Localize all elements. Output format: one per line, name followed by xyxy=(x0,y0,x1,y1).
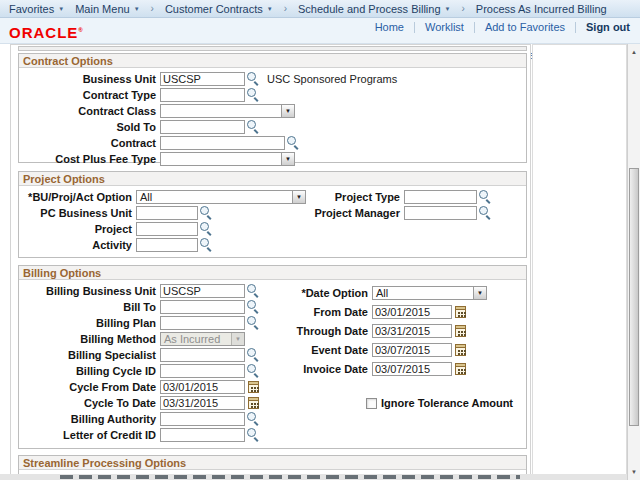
contract-type-input[interactable] xyxy=(160,88,245,102)
scroll-up-icon[interactable]: ▲ xyxy=(628,46,640,58)
letter-of-credit-id-input[interactable] xyxy=(160,428,245,442)
invoice-date-input[interactable] xyxy=(372,362,452,376)
project-manager-input[interactable] xyxy=(404,206,477,220)
billing-business-unit-input[interactable] xyxy=(160,284,245,298)
sold-to-input[interactable] xyxy=(160,120,245,134)
field-label: Billing Business Unit xyxy=(19,284,160,298)
field-label: Through Date xyxy=(257,324,372,338)
contract-input[interactable] xyxy=(160,136,285,150)
from-date-input[interactable] xyxy=(372,305,452,319)
ignore-tolerance-checkbox[interactable] xyxy=(366,398,377,409)
field-label: Invoice Date xyxy=(257,362,372,376)
chevron-down-icon: ▼ xyxy=(267,6,273,12)
field-label: Billing Cycle ID xyxy=(19,364,160,378)
section-title: Contract Options xyxy=(19,54,526,68)
field-label: Project Type xyxy=(309,190,404,204)
breadcrumb: Favorites ▼ Main Menu ▼ › Customer Contr… xyxy=(0,0,640,18)
calendar-icon[interactable] xyxy=(248,381,259,393)
through-date-input[interactable] xyxy=(372,324,452,338)
project-type-input[interactable] xyxy=(404,190,477,204)
selected-value xyxy=(161,153,281,165)
lookup-icon[interactable] xyxy=(247,88,260,101)
cycle-to-date-input[interactable] xyxy=(160,396,245,410)
selected-value: All xyxy=(137,191,292,203)
lookup-icon[interactable] xyxy=(247,428,260,441)
calendar-icon[interactable] xyxy=(455,325,466,337)
chevron-down-icon[interactable]: ▼ xyxy=(281,153,294,165)
calendar-icon[interactable] xyxy=(455,344,466,356)
billing-cycle-id-input[interactable] xyxy=(160,364,245,378)
link-divider xyxy=(474,22,475,33)
cycle-from-date-input[interactable] xyxy=(160,380,245,394)
calendar-icon[interactable] xyxy=(455,363,466,375)
field-label: Cost Plus Fee Type xyxy=(19,152,160,166)
utility-links: Home Worklist Add to Favorites Sign out xyxy=(375,20,630,34)
breadcrumb-current-page: Process As Incurred Billing xyxy=(476,3,611,15)
field-label: Business Unit xyxy=(19,72,160,86)
worklist-link[interactable]: Worklist xyxy=(425,21,464,33)
chevron-down-icon: ▼ xyxy=(134,6,140,12)
breadcrumb-separator-icon: › xyxy=(284,3,287,14)
billing-options-section: Billing Options Billing Business Unit Bi… xyxy=(18,265,527,449)
event-date-input[interactable] xyxy=(372,343,452,357)
breadcrumb-schedule-process-billing[interactable]: Schedule and Process Billing ▼ xyxy=(298,3,450,15)
chevron-down-icon[interactable]: ▼ xyxy=(292,191,305,203)
lookup-icon[interactable] xyxy=(287,136,300,149)
vertical-scrollbar[interactable]: ▲ ▼ xyxy=(627,44,640,480)
lookup-icon[interactable] xyxy=(200,206,213,219)
breadcrumb-favorites[interactable]: Favorites ▼ xyxy=(9,3,64,15)
breadcrumb-label: Favorites xyxy=(9,3,54,15)
chevron-down-icon[interactable]: ▼ xyxy=(473,287,486,299)
breadcrumb-customer-contracts[interactable]: Customer Contracts ▼ xyxy=(165,3,273,15)
lookup-icon[interactable] xyxy=(247,412,260,425)
lookup-icon[interactable] xyxy=(200,238,213,251)
billing-method-select-disabled: As Incurred ▼ xyxy=(160,332,245,346)
field-label: Contract Type xyxy=(19,88,160,102)
add-to-favorites-link[interactable]: Add to Favorites xyxy=(485,21,565,33)
lookup-icon[interactable] xyxy=(247,72,260,85)
home-link[interactable]: Home xyxy=(375,21,404,33)
bu-proj-act-option-select[interactable]: All ▼ xyxy=(136,190,306,204)
pc-business-unit-input[interactable] xyxy=(136,206,198,220)
field-label: Letter of Credit ID xyxy=(19,428,160,442)
chevron-down-icon: ▼ xyxy=(231,333,244,345)
chevron-down-icon: ▼ xyxy=(58,6,64,12)
field-label: Project Manager xyxy=(309,206,404,220)
contract-class-select[interactable]: ▼ xyxy=(160,104,295,118)
lookup-icon[interactable] xyxy=(200,222,213,235)
main-content-frame: Contract Options Business Unit USC Spons… xyxy=(10,44,531,480)
cost-plus-fee-type-select[interactable]: ▼ xyxy=(160,152,295,166)
project-input[interactable] xyxy=(136,222,198,236)
scroll-down-icon[interactable]: ▼ xyxy=(628,466,640,478)
selected-value: All xyxy=(373,287,473,299)
business-unit-input[interactable] xyxy=(160,72,245,86)
oracle-logo: ORACLE® xyxy=(9,24,84,41)
header-bar: ORACLE® Home Worklist Add to Favorites S… xyxy=(0,18,640,44)
date-option-select[interactable]: All ▼ xyxy=(372,286,487,300)
field-label: Billing Authority xyxy=(19,412,160,426)
billing-specialist-input[interactable] xyxy=(160,348,245,362)
business-unit-description: USC Sponsored Programs xyxy=(267,73,397,85)
bill-to-input[interactable] xyxy=(160,300,245,314)
chevron-down-icon[interactable]: ▼ xyxy=(281,105,294,117)
field-label: Contract Class xyxy=(19,104,160,118)
breadcrumb-label: Main Menu xyxy=(75,3,129,15)
sign-out-link[interactable]: Sign out xyxy=(586,21,630,33)
billing-authority-input[interactable] xyxy=(160,412,245,426)
billing-plan-input[interactable] xyxy=(160,316,245,330)
field-label: Bill To xyxy=(19,300,160,314)
calendar-icon[interactable] xyxy=(455,306,466,318)
lookup-icon[interactable] xyxy=(479,190,492,203)
selected-value: As Incurred xyxy=(161,333,231,345)
breadcrumb-separator-icon: › xyxy=(151,3,154,14)
bottom-edge-dashes xyxy=(60,475,520,479)
lookup-icon[interactable] xyxy=(247,120,260,133)
section-title: Project Options xyxy=(19,172,526,186)
lookup-icon[interactable] xyxy=(479,206,492,219)
section-title: Billing Options xyxy=(19,266,526,280)
registered-mark: ® xyxy=(78,27,83,33)
calendar-icon[interactable] xyxy=(248,397,259,409)
activity-input[interactable] xyxy=(136,238,198,252)
scrollbar-thumb[interactable] xyxy=(629,168,639,426)
breadcrumb-main-menu[interactable]: Main Menu ▼ xyxy=(75,3,139,15)
